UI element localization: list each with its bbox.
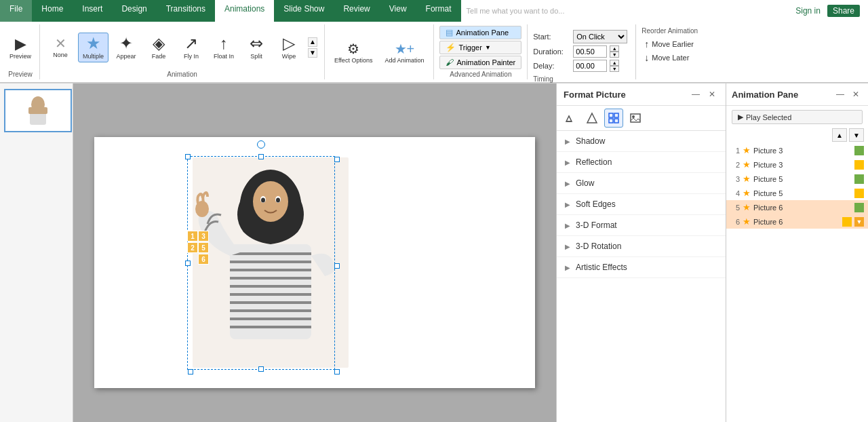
effect-section: ⚙ Effect Options ★+ Add Animation — [325, 24, 434, 79]
panel-close-button[interactable]: ✕ — [705, 88, 719, 101]
3d-format-label: 3-D Format — [576, 220, 617, 230]
duration-up[interactable]: ▲ — [610, 45, 619, 52]
format-3d-rotation[interactable]: ▶ 3-D Rotation — [557, 236, 726, 257]
anim-split[interactable]: ⇔ Split — [241, 33, 271, 62]
effect-options-button[interactable]: ⚙ Effect Options — [330, 39, 376, 66]
anim-name-4: Picture 5 — [753, 189, 852, 197]
anim-dropdown-6[interactable]: ▼ — [854, 217, 864, 227]
move-earlier-button[interactable]: ↑ Move Earlier — [642, 37, 698, 51]
share-button[interactable]: Share — [827, 5, 860, 17]
soft-edges-label: Soft Edges — [576, 199, 616, 209]
anim-name-6: Picture 6 — [753, 218, 840, 226]
anim-item-5[interactable]: 5 ★ Picture 6 — [726, 200, 868, 214]
3d-format-arrow-icon: ▶ — [565, 222, 570, 229]
format-tab-shape[interactable] — [583, 109, 601, 128]
svg-rect-15 — [230, 261, 311, 263]
handle-ml[interactable] — [185, 261, 191, 266]
image-icon — [629, 112, 642, 124]
sign-in[interactable]: Sign in — [795, 6, 821, 16]
move-later-button[interactable]: ↓ Move Later — [642, 51, 698, 64]
svg-rect-14 — [230, 252, 311, 255]
start-select[interactable]: On Click With Previous After Previous — [573, 30, 627, 43]
anim-item-3[interactable]: 3 ★ Picture 5 — [726, 172, 868, 186]
tab-slideshow[interactable]: Slide Show — [274, 0, 334, 22]
anim-item-6[interactable]: 6 ★ Picture 6 ▼ — [726, 214, 868, 229]
anim-fade[interactable]: ◈ Fade — [144, 33, 174, 62]
duration-down[interactable]: ▼ — [610, 52, 619, 58]
anim-order-down-button[interactable]: ▼ — [849, 128, 864, 142]
tab-design[interactable]: Design — [112, 0, 156, 22]
preview-button[interactable]: ▶ Preview — [7, 34, 34, 61]
rotate-handle[interactable] — [257, 140, 265, 149]
anim-item-2[interactable]: 2 ★ Picture 3 — [726, 157, 868, 172]
scroll-up-button[interactable]: ▲ — [308, 37, 317, 47]
format-tab-fill[interactable] — [561, 109, 580, 128]
reorder-section: Reorder Animation ↑ Move Earlier ↓ Move … — [636, 24, 703, 79]
anim-pane-close-button[interactable]: ✕ — [849, 88, 863, 101]
panel-icons: — ✕ — [689, 88, 719, 101]
tab-review[interactable]: Review — [334, 0, 379, 22]
add-animation-button[interactable]: ★+ Add Animation — [380, 39, 428, 66]
format-panel-header: Format Picture — ✕ — [557, 83, 726, 106]
anim-dot-3 — [854, 174, 864, 184]
tab-view[interactable]: View — [380, 0, 416, 22]
format-reflection[interactable]: ▶ Reflection — [557, 152, 726, 173]
anim-num-1: 1 — [730, 147, 740, 155]
format-artistic-effects[interactable]: ▶ Artistic Effects — [557, 257, 726, 278]
panel-minimize-button[interactable]: — — [689, 88, 703, 101]
anim-num-2: 2 — [730, 161, 740, 169]
svg-rect-13 — [230, 244, 311, 339]
anim-badge-3: 3 — [198, 231, 209, 242]
duration-label: Duration: — [533, 47, 570, 56]
scroll-down-button[interactable]: ▼ — [308, 48, 317, 58]
anim-flyin[interactable]: ↗ Fly In — [176, 33, 206, 62]
slide-thumbnail[interactable] — [4, 89, 72, 132]
handle-br[interactable] — [334, 369, 340, 375]
tab-transitions[interactable]: Transitions — [157, 0, 215, 22]
tab-file[interactable]: File — [0, 0, 32, 22]
handle-tl[interactable] — [185, 154, 191, 159]
animation-list: 1 ★ Picture 3 2 ★ Picture 3 3 ★ Picture … — [726, 143, 868, 422]
anim-order-up-button[interactable]: ▲ — [832, 128, 847, 142]
svg-rect-16 — [230, 269, 311, 271]
handle-bl[interactable] — [188, 369, 193, 375]
play-selected-button[interactable]: ▶ Play Selected — [732, 110, 863, 124]
tab-insert[interactable]: Insert — [73, 0, 112, 22]
animation-painter-button[interactable]: 🖌 Animation Painter — [439, 56, 521, 69]
format-shadow[interactable]: ▶ Shadow — [557, 131, 726, 152]
tab-format[interactable]: Format — [416, 0, 461, 22]
format-glow[interactable]: ▶ Glow — [557, 173, 726, 194]
svg-point-12 — [276, 198, 280, 203]
3d-rotation-label: 3-D Rotation — [576, 242, 621, 251]
tab-animations[interactable]: Animations — [215, 0, 274, 22]
delay-input[interactable] — [573, 60, 607, 72]
anim-name-1: Picture 3 — [753, 147, 852, 155]
shadow-arrow-icon: ▶ — [565, 138, 570, 145]
anim-wipe[interactable]: ▷ Wipe — [274, 33, 304, 62]
format-tab-layout[interactable] — [604, 109, 623, 128]
anim-pane-minimize-button[interactable]: — — [833, 88, 847, 101]
svg-rect-30 — [609, 119, 613, 123]
anim-none[interactable]: ✕ None — [45, 35, 75, 60]
svg-rect-21 — [230, 309, 311, 312]
anim-multiple[interactable]: ★ Multiple — [78, 33, 108, 62]
svg-rect-20 — [230, 301, 311, 304]
duration-input[interactable] — [573, 45, 607, 58]
format-soft-edges[interactable]: ▶ Soft Edges — [557, 194, 726, 215]
slide-canvas[interactable]: 1 2 3 5 6 (Ctrl) ▼ — [94, 137, 535, 388]
format-tab-image[interactable] — [626, 109, 645, 128]
anim-item-1[interactable]: 1 ★ Picture 3 — [726, 143, 868, 157]
trigger-button[interactable]: ⚡ Trigger ▼ — [439, 41, 521, 54]
anim-item-4[interactable]: 4 ★ Picture 5 — [726, 186, 868, 200]
anim-floatin[interactable]: ↑ Float In — [209, 33, 239, 62]
tab-home[interactable]: Home — [32, 0, 73, 22]
animation-pane-button[interactable]: ▤ Animation Pane — [439, 26, 521, 39]
anim-num-5: 5 — [730, 204, 740, 212]
anim-star-1: ★ — [743, 145, 751, 155]
delay-up[interactable]: ▲ — [610, 60, 619, 66]
delay-down[interactable]: ▼ — [610, 66, 619, 72]
tell-me[interactable]: Tell me what you want to do... — [467, 7, 565, 15]
format-3d-format[interactable]: ▶ 3-D Format — [557, 215, 726, 236]
anim-appear[interactable]: ✦ Appear — [111, 33, 141, 62]
svg-rect-18 — [230, 285, 311, 288]
